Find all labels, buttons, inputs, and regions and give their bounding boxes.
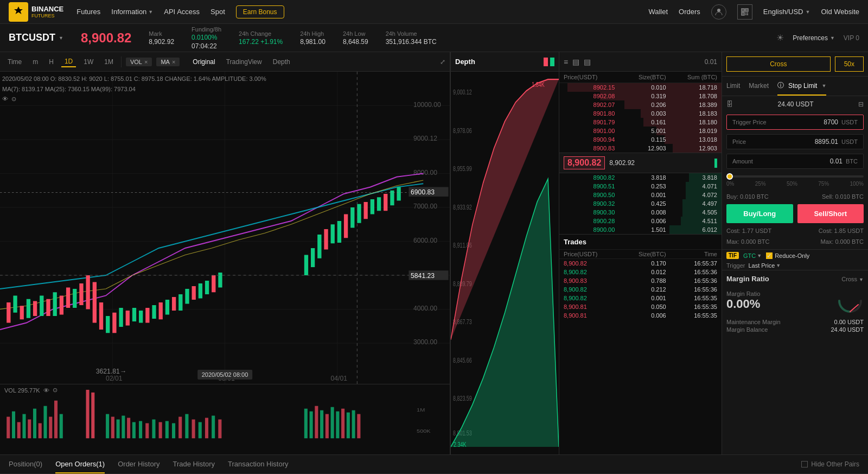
orderbook-section: ≡ ▤ ▤ 0.01 Price(USDT) Size(BTC) Sum (BT…	[559, 52, 722, 454]
earn-bonus-button[interactable]: Earn Bonus	[236, 5, 284, 18]
wallet-link[interactable]: Wallet	[648, 8, 668, 16]
tab-market[interactable]: Market	[749, 77, 769, 96]
nav-spot[interactable]: Spot	[210, 8, 225, 16]
nav-items: Futures Information ▼ API Access Spot Ea…	[76, 5, 648, 18]
svg-rect-64	[304, 255, 308, 276]
tab-transaction-history[interactable]: Transaction History	[228, 455, 289, 473]
vol-label: VOL 295.77K 👁 ⊙	[4, 387, 58, 394]
old-website-link[interactable]: Old Website	[821, 8, 859, 16]
tab-stop-limit[interactable]: ⓘ Stop Limit ▼	[777, 77, 826, 96]
chart-type-original[interactable]: Original	[188, 57, 219, 67]
ob-ask-row[interactable]: 8900.83 12.903 12.903	[559, 144, 722, 153]
ob-bid-row[interactable]: 8900.00 1.501 6.012	[559, 225, 722, 234]
margin-cross-selector[interactable]: Cross ▼	[841, 276, 864, 282]
qr-icon[interactable]	[737, 4, 752, 20]
trade-row[interactable]: 8,900.82 0.012 16:55:36	[559, 268, 722, 276]
ob-ask-row[interactable]: 8901.00 5.001 18.019	[559, 127, 722, 135]
ob-bid-row[interactable]: 8900.50 0.001 4.072	[559, 191, 722, 199]
interval-h[interactable]: H	[46, 57, 57, 67]
reduce-only-checkbox[interactable]: ✓ Reduce-Only	[766, 252, 809, 259]
svg-rect-50	[132, 308, 136, 321]
theme-icon[interactable]: ☀	[776, 33, 784, 43]
ob-ask-row[interactable]: 8900.94 0.115 13.018	[559, 135, 722, 144]
avatar-icon[interactable]	[711, 4, 726, 20]
ob-ask-row[interactable]: 8902.07 0.206 18.389	[559, 100, 722, 109]
ob-view-asks-icon[interactable]: ▤	[572, 58, 579, 66]
ob-ask-row[interactable]: 8902.08 0.319 18.708	[559, 92, 722, 100]
tab-order-history[interactable]: Order History	[118, 455, 159, 473]
svg-marker-0	[14, 7, 23, 14]
amount-slider[interactable]: 0%25%50%75%100%	[726, 173, 864, 189]
svg-rect-35	[33, 301, 37, 317]
ob-bid-row[interactable]: 8900.82 3.818 3.818	[559, 173, 722, 182]
trade-row[interactable]: 8,900.82 0.212 16:55:36	[559, 285, 722, 294]
interval-1w[interactable]: 1W	[80, 57, 97, 67]
ma-remove-icon[interactable]: ×	[172, 59, 175, 65]
depth-legend	[544, 58, 554, 66]
vol-settings-icon[interactable]: ⊙	[53, 387, 58, 394]
ticker-right-controls: ☀ Preferences ▼ VIP 0	[776, 33, 859, 43]
svg-rect-10	[745, 14, 746, 15]
ob-bid-row[interactable]: 8900.28 0.006 4.511	[559, 217, 722, 225]
cross-mode-button[interactable]: Cross	[726, 56, 831, 72]
trade-row[interactable]: 8,900.83 0.788 16:55:36	[559, 276, 722, 285]
ma-indicator-tag[interactable]: MA ×	[156, 58, 180, 66]
language-selector[interactable]: English/USD ▼	[763, 8, 810, 16]
tab-trade-history[interactable]: Trade History	[173, 455, 215, 473]
calculator-icon[interactable]: ⊟	[858, 100, 864, 108]
svg-rect-41	[73, 289, 76, 308]
tab-position[interactable]: Position(0)	[9, 455, 42, 473]
hide-other-pairs-checkbox[interactable]: Hide Other Pairs	[801, 460, 859, 468]
buy-long-button[interactable]: Buy/Long	[726, 204, 793, 223]
amount-field[interactable]: Amount 0.01 BTC	[726, 154, 864, 169]
ob-bid-row[interactable]: 8900.51 0.253 4.071	[559, 182, 722, 191]
vol-visible-icon[interactable]: 👁	[43, 387, 49, 394]
ob-decimal-selector[interactable]: 0.01	[705, 58, 717, 66]
nav-api[interactable]: API Access	[164, 8, 200, 16]
svg-rect-39	[60, 296, 63, 315]
trade-row[interactable]: 8,900.81 0.050 16:55:35	[559, 302, 722, 311]
ob-bid-row[interactable]: 8900.32 0.425 4.497	[559, 199, 722, 208]
tab-open-orders[interactable]: Open Orders(1)	[55, 455, 105, 473]
svg-rect-60	[199, 283, 202, 299]
nav-futures[interactable]: Futures	[76, 8, 100, 16]
chart-type-tradingview[interactable]: TradingView	[222, 57, 266, 67]
svg-rect-7	[742, 13, 743, 14]
vol-remove-icon[interactable]: ×	[144, 59, 148, 65]
interval-1m[interactable]: 1M	[101, 57, 117, 67]
chart-type-depth[interactable]: Depth	[269, 57, 295, 67]
ticker-symbol[interactable]: BTCUSDT ▼	[9, 32, 63, 43]
nav-information[interactable]: Information ▼	[111, 8, 153, 16]
interval-m[interactable]: m	[29, 57, 41, 67]
trade-row[interactable]: 8,900.82 0.170 16:55:37	[559, 259, 722, 268]
svg-rect-9	[747, 12, 748, 14]
tab-limit[interactable]: Limit	[726, 77, 740, 96]
trigger-price-field[interactable]: Trigger Price 8700 USDT	[726, 115, 864, 130]
preferences-button[interactable]: Preferences ▼	[793, 34, 835, 42]
time-selector[interactable]: Time	[4, 57, 25, 67]
trade-row[interactable]: 8,900.82 0.001 16:55:35	[559, 294, 722, 302]
sell-short-button[interactable]: Sell/Short	[797, 204, 864, 223]
leverage-button[interactable]: 50x	[835, 56, 864, 72]
svg-text:2.34K: 2.34K	[454, 440, 467, 448]
ob-view-bids-icon[interactable]: ▤	[584, 58, 591, 66]
ob-ask-row[interactable]: 8902.15 0.010 18.718	[559, 83, 722, 92]
svg-rect-126	[326, 414, 329, 439]
svg-rect-78	[397, 187, 400, 201]
expand-chart-icon[interactable]: ⤢	[440, 58, 445, 66]
vol-indicator-tag[interactable]: VOL ×	[126, 58, 152, 66]
svg-rect-66	[317, 235, 321, 258]
trade-row[interactable]: 8,900.81 0.006 16:55:35	[559, 311, 722, 320]
orders-link[interactable]: Orders	[679, 8, 700, 16]
price-field[interactable]: Price 8895.01 USDT	[726, 134, 864, 149]
interval-1d[interactable]: 1D	[61, 56, 76, 67]
chart-toolbar: Time m H 1D 1W 1M VOL × MA × Original Tr…	[0, 52, 450, 72]
last-price-selector[interactable]: Last Price ▼	[748, 262, 781, 269]
svg-rect-128	[336, 412, 339, 439]
ob-bid-row[interactable]: 8900.30 0.008 4.505	[559, 208, 722, 217]
ob-view-all-icon[interactable]: ≡	[564, 58, 568, 66]
ob-ask-row[interactable]: 8901.79 0.161 18.180	[559, 118, 722, 127]
gtc-selector[interactable]: GTC ▼	[743, 252, 762, 259]
ob-ask-row[interactable]: 8901.80 0.003 18.183	[559, 109, 722, 118]
svg-rect-112	[159, 422, 162, 438]
